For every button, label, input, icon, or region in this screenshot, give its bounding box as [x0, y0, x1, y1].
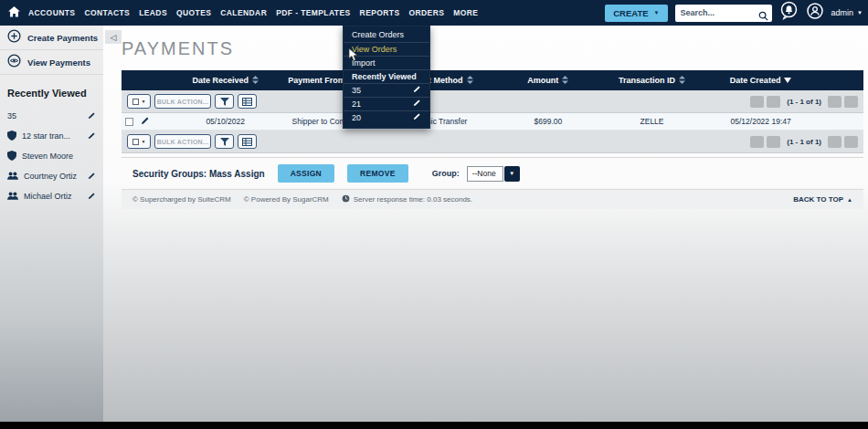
menu-recent-item-20[interactable]: 20	[344, 110, 429, 124]
menu-item-create-orders[interactable]: Create Orders	[344, 28, 429, 42]
recent-item-michael-ortiz[interactable]: Michael Ortiz	[0, 186, 103, 206]
column-chooser-button[interactable]	[238, 134, 257, 149]
recent-item-label: 12 star tran...	[22, 131, 70, 141]
sidebar-create-payments[interactable]: Create Payments	[0, 26, 103, 50]
recent-item-12-star[interactable]: 12 star tran...	[0, 126, 103, 146]
filter-button[interactable]	[215, 134, 234, 149]
filter-button[interactable]	[215, 94, 234, 109]
admin-username: admin	[831, 8, 854, 17]
recent-item-35[interactable]: 35	[0, 106, 103, 126]
chevron-down-icon: ▼	[142, 140, 146, 144]
menu-recent-item-21[interactable]: 21	[344, 97, 429, 110]
sidebar-view-payments-label: View Payments	[27, 58, 90, 68]
funnel-icon	[220, 133, 229, 150]
nav-item-more[interactable]: MORE	[453, 8, 478, 17]
recent-item-label: Courtney Ortiz	[24, 172, 77, 181]
table-actions-top: ▼ BULK ACTION...	[122, 90, 863, 113]
admin-dropdown[interactable]: admin ▼	[831, 8, 863, 17]
footer-suitecrm-credit: © Supercharged by SuiteCRM	[132, 195, 231, 204]
recent-item-label: Steven Moore	[22, 152, 73, 161]
assign-button[interactable]: ASSIGN	[278, 164, 334, 183]
pagination-bottom: (1 - 1 of 1)	[750, 136, 858, 148]
search-box	[675, 5, 772, 22]
suitecrm-app: ACCOUNTS CONTACTS LEADS QUOTES CALENDAR …	[0, 0, 868, 422]
prev-page-button[interactable]	[767, 96, 780, 108]
first-page-button[interactable]	[750, 96, 764, 108]
plus-circle-icon	[7, 29, 21, 47]
prev-page-button[interactable]	[767, 136, 780, 148]
back-to-top-link[interactable]: BACK TO TOP ▲	[793, 195, 852, 204]
column-header-date-created[interactable]: Date Created	[700, 76, 863, 85]
recent-item-courtney-ortiz[interactable]: Courtney Ortiz	[0, 166, 103, 186]
nav-item-leads[interactable]: LEADS	[139, 8, 167, 17]
checkbox-icon	[132, 99, 139, 105]
edit-pencil-icon[interactable]	[88, 131, 96, 141]
column-header-transaction-id[interactable]: Transaction ID	[604, 76, 701, 86]
column-header-date-received[interactable]: Date Received	[174, 76, 278, 86]
edit-pencil-icon[interactable]	[141, 116, 150, 127]
nav-item-quotes[interactable]: QUOTES	[176, 8, 211, 17]
notifications-button[interactable]	[779, 1, 799, 25]
sidebar-collapse-button[interactable]: ◁	[105, 30, 122, 44]
nav-menu: ACCOUNTS CONTACTS LEADS QUOTES CALENDAR …	[28, 8, 478, 17]
nav-item-orders[interactable]: ORDERS	[408, 8, 444, 17]
column-header-amount[interactable]: Amount	[492, 76, 604, 86]
nav-item-reports[interactable]: REPORTS	[360, 8, 400, 17]
home-button[interactable]	[8, 5, 20, 21]
nav-item-contacts[interactable]: CONTACTS	[84, 8, 130, 17]
select-all-dropdown-button[interactable]: ▼	[127, 94, 151, 109]
edit-pencil-icon[interactable]	[413, 111, 421, 125]
create-button[interactable]: CREATE ▼	[605, 5, 667, 22]
recent-item-steven-moore[interactable]: Steven Moore	[0, 146, 103, 166]
sidebar-view-payments[interactable]: View Payments	[0, 50, 103, 75]
chevron-down-icon: ▼	[142, 99, 146, 104]
first-page-button[interactable]	[750, 136, 764, 148]
edit-pencil-icon[interactable]	[88, 111, 96, 121]
top-navbar: ACCOUNTS CONTACTS LEADS QUOTES CALENDAR …	[0, 0, 868, 26]
next-page-button[interactable]	[828, 136, 842, 148]
user-menu-button[interactable]	[806, 2, 824, 24]
shield-icon	[7, 151, 16, 162]
bulk-action-button[interactable]: BULK ACTION...	[154, 134, 211, 149]
search-icon[interactable]	[758, 8, 768, 25]
next-page-button[interactable]	[828, 96, 842, 108]
nav-item-calendar[interactable]: CALENDAR	[220, 8, 267, 17]
table-header-row: Date Received Payment From/To Payment Me…	[122, 70, 863, 90]
left-sidebar: Create Payments View Payments Recently V…	[0, 26, 103, 422]
edit-pencil-icon[interactable]	[88, 172, 96, 182]
app-screen: ACCOUNTS CONTACTS LEADS QUOTES CALENDAR …	[0, 0, 868, 429]
user-icon	[806, 2, 824, 24]
table-row[interactable]: 05/10/2022 Shipper to Company Electronic…	[122, 113, 863, 131]
cell-date-received: 05/10/2022	[174, 117, 278, 126]
home-icon	[8, 5, 20, 21]
remove-button[interactable]: REMOVE	[347, 164, 408, 183]
bulk-action-button[interactable]: BULK ACTION...	[154, 94, 211, 109]
row-checkbox[interactable]	[125, 118, 133, 126]
menu-recently-viewed-heading: Recently Viewed	[344, 69, 429, 83]
up-arrow-icon: ▲	[847, 197, 852, 203]
bell-icon	[779, 1, 799, 25]
select-dropdown-button[interactable]: ▼	[504, 166, 520, 182]
main-content: ◁ PAYMENTS Date Received Payment From/To	[103, 26, 868, 422]
column-chooser-button[interactable]	[238, 94, 257, 109]
mouse-cursor	[348, 48, 360, 66]
select-all-dropdown-button[interactable]: ▼	[127, 134, 151, 149]
last-page-button[interactable]	[844, 136, 858, 148]
people-icon	[7, 192, 18, 202]
nav-item-accounts[interactable]: ACCOUNTS	[28, 8, 75, 17]
edit-pencil-icon[interactable]	[413, 98, 421, 111]
menu-recent-item-35[interactable]: 35	[344, 83, 429, 97]
last-page-button[interactable]	[844, 96, 858, 108]
chevron-down-icon: ▼	[857, 10, 863, 16]
edit-pencil-icon[interactable]	[88, 192, 96, 202]
sort-icon	[467, 76, 473, 86]
recent-item-label: Michael Ortiz	[24, 192, 72, 201]
sort-icon	[252, 76, 259, 86]
footer: © Supercharged by SuiteCRM © Powered By …	[122, 189, 863, 209]
recently-viewed-heading: Recently Viewed	[7, 88, 96, 99]
group-select[interactable]: --None ▼	[467, 166, 520, 182]
recent-item-label: 35	[7, 111, 16, 120]
sort-icon	[679, 76, 685, 86]
edit-pencil-icon[interactable]	[413, 84, 421, 98]
nav-item-pdf-templates[interactable]: PDF - TEMPLATES	[276, 8, 350, 17]
